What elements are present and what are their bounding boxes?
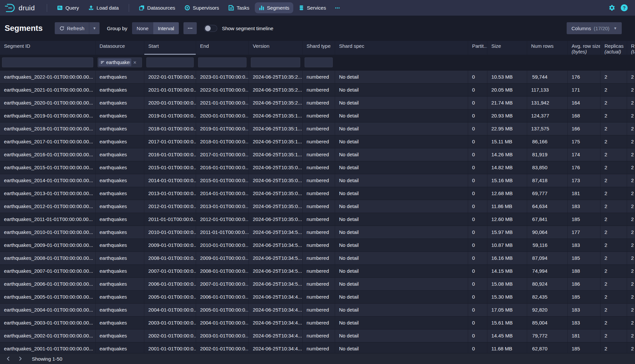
cell-shard-type[interactable]: numbered (303, 329, 335, 342)
cell-replicas[interactable]: 2 (600, 174, 627, 187)
cell-partition[interactable]: 0 (468, 71, 487, 83)
cell-shard-type[interactable]: numbered (303, 174, 335, 187)
cell-avg-row-size[interactable]: 183 (568, 200, 600, 213)
cell-size[interactable]: 14.26 MB (487, 148, 527, 161)
cell-end[interactable]: 2023-01-01T00:00:0... (196, 71, 249, 83)
cell-avg-row-size[interactable]: 174 (568, 148, 600, 161)
cell-replicas[interactable]: 2 (600, 291, 627, 303)
cell-replication-factor[interactable]: 2 (627, 317, 635, 329)
cell-shard-spec[interactable]: No detail (335, 213, 468, 226)
cell-avg-row-size[interactable]: 176 (568, 71, 600, 83)
cell-partition[interactable]: 0 (468, 174, 487, 187)
nav-item-query[interactable]: Query (53, 2, 83, 13)
table-row[interactable]: earthquakes_2014-01-01T00:00:00.00... ea… (0, 174, 635, 187)
cell-version[interactable]: 2024-06-25T10:35:0... (249, 174, 303, 187)
cell-datasource[interactable]: earthquakes (96, 213, 144, 226)
table-row[interactable]: earthquakes_2021-01-01T00:00:00.00... ea… (0, 84, 635, 97)
cell-replication-factor[interactable]: 2 (627, 161, 635, 174)
filter-input-segment-id[interactable] (2, 57, 93, 67)
cell-replication-factor[interactable]: 2 (627, 226, 635, 239)
column-header-num-rows[interactable]: Num rows (527, 41, 568, 55)
cell-shard-spec[interactable]: No detail (335, 161, 468, 174)
cell-end[interactable]: 2004-01-01T00:00:0... (196, 317, 249, 329)
cell-num-rows[interactable]: 131,942 (527, 97, 568, 109)
cell-size[interactable]: 12.60 MB (487, 213, 527, 226)
cell-datasource[interactable]: earthquakes (96, 226, 144, 239)
cell-shard-spec[interactable]: No detail (335, 84, 468, 96)
table-row[interactable]: earthquakes_2020-01-01T00:00:00.00... ea… (0, 97, 635, 109)
table-row[interactable]: earthquakes_2017-01-01T00:00:00.00... ea… (0, 135, 635, 148)
cell-replication-factor[interactable]: 2 (627, 329, 635, 342)
cell-datasource[interactable]: earthquakes (96, 200, 144, 213)
cell-version[interactable]: 2024-06-25T10:35:2... (249, 84, 303, 96)
cell-num-rows[interactable]: 79,772 (527, 329, 568, 342)
cell-size[interactable]: 16.16 MB (487, 252, 527, 264)
cell-segment-id[interactable]: earthquakes_2007-01-01T00:00:00.00... (0, 265, 96, 277)
table-row[interactable]: earthquakes_2005-01-01T00:00:00.00... ea… (0, 291, 635, 304)
cell-start[interactable]: 2005-01-01T00:00:0... (144, 291, 196, 303)
cell-datasource[interactable]: earthquakes (96, 135, 144, 148)
cell-start[interactable]: 2015-01-01T00:00:0... (144, 161, 196, 174)
segment-timeline-toggle[interactable] (204, 25, 217, 32)
cell-end[interactable]: 2015-01-01T00:00:0... (196, 174, 249, 187)
cell-num-rows[interactable]: 124,377 (527, 109, 568, 122)
cell-segment-id[interactable]: earthquakes_2022-01-01T00:00:00.00... (0, 71, 96, 83)
column-header-shard-type[interactable]: Shard type (303, 41, 335, 55)
cell-shard-type[interactable]: numbered (303, 239, 335, 252)
cell-shard-spec[interactable]: No detail (335, 97, 468, 109)
settings-gear-icon[interactable] (608, 4, 615, 11)
cell-datasource[interactable]: earthquakes (96, 161, 144, 174)
cell-replication-factor[interactable]: 2 (627, 122, 635, 135)
chip-remove-icon[interactable]: ✕ (132, 60, 137, 65)
column-header-end[interactable]: End (196, 41, 249, 55)
cell-replication-factor[interactable]: 2 (627, 135, 635, 148)
cell-size[interactable]: 11.86 MB (487, 200, 527, 213)
cell-size[interactable]: 14.45 MB (487, 329, 527, 342)
cell-avg-row-size[interactable]: 173 (568, 174, 600, 187)
cell-num-rows[interactable]: 92,820 (527, 304, 568, 316)
filter-input-shard-type[interactable] (305, 57, 333, 67)
cell-num-rows[interactable]: 87,418 (527, 174, 568, 187)
cell-end[interactable]: 2007-01-01T00:00:0... (196, 278, 249, 290)
cell-segment-id[interactable]: earthquakes_2020-01-01T00:00:00.00... (0, 97, 96, 109)
cell-partition[interactable]: 0 (468, 187, 487, 200)
cell-start[interactable]: 2016-01-01T00:00:0... (144, 148, 196, 161)
cell-num-rows[interactable]: 81,919 (527, 148, 568, 161)
cell-avg-row-size[interactable]: 183 (568, 239, 600, 252)
cell-replicas[interactable]: 2 (600, 252, 627, 264)
cell-replication-factor[interactable]: 2 (627, 278, 635, 290)
cell-replication-factor[interactable]: 2 (627, 187, 635, 200)
column-header-start[interactable]: Start (144, 41, 196, 55)
cell-partition[interactable]: 0 (468, 200, 487, 213)
cell-shard-type[interactable]: numbered (303, 226, 335, 239)
cell-replication-factor[interactable]: 2 (627, 71, 635, 83)
cell-segment-id[interactable]: earthquakes_2002-01-01T00:00:00.00... (0, 329, 96, 342)
cell-replicas[interactable]: 2 (600, 97, 627, 109)
cell-replication-factor[interactable]: 2 (627, 291, 635, 303)
next-page-button[interactable] (15, 354, 25, 363)
column-header-avg-row-size[interactable]: Avg. row size(bytes) (568, 41, 600, 55)
cell-segment-id[interactable]: earthquakes_2014-01-01T00:00:00.00... (0, 174, 96, 187)
cell-end[interactable]: 2022-01-01T00:00:0... (196, 84, 249, 96)
cell-partition[interactable]: 0 (468, 291, 487, 303)
cell-segment-id[interactable]: earthquakes_2018-01-01T00:00:00.00... (0, 122, 96, 135)
cell-replicas[interactable]: 2 (600, 213, 627, 226)
cell-start[interactable]: 2018-01-01T00:00:0... (144, 122, 196, 135)
prev-page-button[interactable] (3, 354, 13, 363)
cell-avg-row-size[interactable]: 185 (568, 252, 600, 264)
cell-version[interactable]: 2024-06-25T10:35:2... (249, 71, 303, 83)
cell-shard-spec[interactable]: No detail (335, 109, 468, 122)
column-header-replicas[interactable]: Replicas(actual) (600, 41, 627, 55)
cell-avg-row-size[interactable]: 188 (568, 265, 600, 277)
cell-segment-id[interactable]: earthquakes_2006-01-01T00:00:00.00... (0, 278, 96, 290)
cell-num-rows[interactable]: 90,064 (527, 226, 568, 239)
cell-version[interactable]: 2024-06-25T10:35:1... (249, 135, 303, 148)
cell-start[interactable]: 2021-01-01T00:00:0... (144, 84, 196, 96)
cell-datasource[interactable]: earthquakes (96, 252, 144, 264)
filter-input-version[interactable] (251, 57, 300, 67)
cell-segment-id[interactable]: earthquakes_2011-01-01T00:00:00.00... (0, 213, 96, 226)
cell-shard-spec[interactable]: No detail (335, 252, 468, 264)
column-header-replication-factor[interactable]: Replication factor(target) (627, 41, 635, 55)
table-row[interactable]: earthquakes_2022-01-01T00:00:00.00... ea… (0, 71, 635, 84)
group-by-none-button[interactable]: None (132, 22, 153, 34)
